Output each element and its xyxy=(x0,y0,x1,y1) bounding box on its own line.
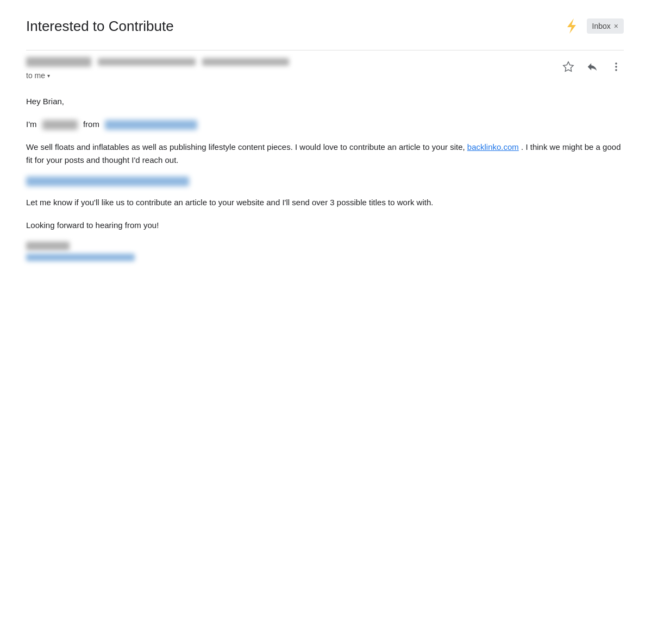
email-subject: Interested to Contribute xyxy=(26,18,174,35)
more-options-button[interactable] xyxy=(609,59,624,74)
greeting-text: Hey Brian, xyxy=(26,97,64,106)
to-me-text: to me xyxy=(26,71,45,80)
star-icon xyxy=(562,61,574,73)
svg-marker-0 xyxy=(567,18,576,34)
closing-paragraph: Looking forward to hearing from you! xyxy=(26,219,624,232)
reply-icon xyxy=(586,61,598,73)
sender-time xyxy=(202,58,289,66)
sender-top xyxy=(26,57,289,67)
sender-name-inline xyxy=(42,120,78,130)
inbox-label: Inbox xyxy=(592,22,611,30)
reply-button[interactable] xyxy=(585,59,600,74)
signature-name xyxy=(26,242,70,250)
greeting-paragraph: Hey Brian, xyxy=(26,95,624,108)
sender-actions xyxy=(561,59,624,74)
body-paragraph-2: Let me know if you'll like us to contrib… xyxy=(26,196,624,209)
more-icon xyxy=(615,61,617,72)
paragraph2-text: Let me know if you'll like us to contrib… xyxy=(26,198,433,207)
from-text: from xyxy=(83,119,99,129)
blurred-url-line[interactable] xyxy=(26,176,189,186)
important-icon[interactable] xyxy=(563,17,580,35)
star-button[interactable] xyxy=(561,59,576,74)
to-me-label[interactable]: to me ▾ xyxy=(26,71,289,80)
email-header: Interested to Contribute Inbox × xyxy=(26,17,624,35)
body-paragraph-1: We sell floats and inflatables as well a… xyxy=(26,141,624,167)
sender-row: to me ▾ xyxy=(26,50,624,82)
backlinko-link[interactable]: backlinko.com xyxy=(467,142,519,151)
intro-paragraph: I'm from xyxy=(26,118,624,131)
svg-point-2 xyxy=(615,66,617,68)
to-me-dropdown-icon: ▾ xyxy=(47,73,50,79)
email-signature xyxy=(26,242,624,261)
paragraph1-text: We sell floats and inflatables as well a… xyxy=(26,142,465,151)
header-right: Inbox × xyxy=(563,17,624,35)
email-container: Interested to Contribute Inbox × to me ▾ xyxy=(26,17,624,274)
inbox-badge: Inbox × xyxy=(587,18,624,34)
closing-text: Looking forward to hearing from you! xyxy=(26,220,159,230)
signature-url xyxy=(26,254,135,261)
svg-point-3 xyxy=(615,69,617,71)
email-body: Hey Brian, I'm from We sell floats and i… xyxy=(26,82,624,274)
svg-point-1 xyxy=(615,62,617,65)
sender-info: to me ▾ xyxy=(26,57,289,80)
sender-email xyxy=(98,58,196,66)
sender-name xyxy=(26,57,91,67)
intro-before: I'm xyxy=(26,119,37,129)
sender-domain-link[interactable] xyxy=(105,120,197,130)
inbox-close-button[interactable]: × xyxy=(614,22,618,30)
